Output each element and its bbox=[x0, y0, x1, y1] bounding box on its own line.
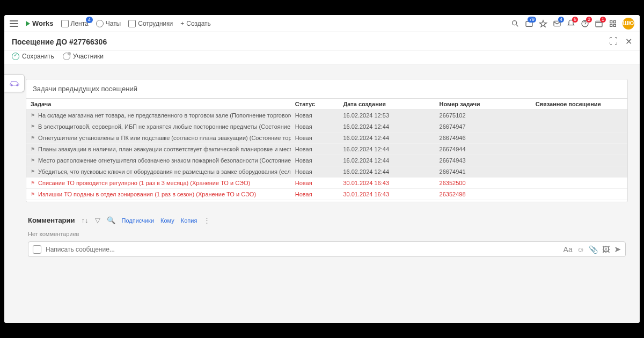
compose-bar: Aa ☺ 📎 🖼 ➤ bbox=[28, 241, 626, 257]
participants-button[interactable]: Участники bbox=[63, 53, 104, 60]
cell-linked bbox=[531, 144, 627, 155]
cell-status: Новая bbox=[291, 155, 339, 166]
text-format-button[interactable]: Aa bbox=[564, 245, 573, 254]
table-row[interactable]: В электрощитовой, серверной, ИБП не хран… bbox=[26, 121, 627, 133]
filter-icon[interactable]: ▽ bbox=[95, 216, 100, 224]
col-linked[interactable]: Связанное посещение bbox=[531, 99, 627, 109]
table-header: Задача Статус Дата создания Номер задачи… bbox=[26, 98, 627, 110]
cell-linked bbox=[531, 121, 627, 132]
cell-created: 16.02.2024 12:44 bbox=[339, 121, 435, 132]
mail-icon[interactable]: 4 bbox=[553, 19, 561, 28]
table-row[interactable]: Демоформы упакованы в стреч-пленку (Хран… bbox=[26, 200, 627, 201]
cell-number: 26352498 bbox=[435, 189, 531, 200]
image-icon[interactable]: 🖼 bbox=[602, 245, 610, 254]
send-icon[interactable]: ➤ bbox=[614, 244, 621, 254]
logo[interactable]: Works bbox=[26, 19, 54, 27]
cell-status: Новая bbox=[291, 166, 339, 177]
avatar[interactable]: ШЮ bbox=[623, 18, 634, 30]
search-icon[interactable] bbox=[511, 19, 519, 28]
table-row[interactable]: Огнетушители установлены в ПК или подста… bbox=[26, 133, 627, 144]
cell-linked bbox=[531, 189, 627, 200]
cell-status: Новая bbox=[291, 178, 339, 188]
mention-icon[interactable] bbox=[33, 245, 41, 254]
to-link[interactable]: Кому bbox=[160, 217, 174, 224]
cell-status: Новая bbox=[291, 189, 339, 200]
cell-created: 16.02.2024 12:44 bbox=[339, 144, 435, 155]
inbox-icon[interactable]: 79 bbox=[525, 19, 533, 28]
nav-create[interactable]: + Создать bbox=[180, 20, 211, 27]
col-status[interactable]: Статус bbox=[291, 99, 339, 109]
logo-triangle-icon bbox=[26, 21, 30, 26]
save-button[interactable]: Сохранить bbox=[12, 53, 54, 60]
svg-rect-10 bbox=[610, 24, 612, 26]
sort-icon[interactable]: ↑↓ bbox=[82, 216, 89, 224]
chat-icon bbox=[96, 20, 104, 27]
table-row[interactable]: Место расположение огнетушителя обозначе… bbox=[26, 155, 627, 166]
star-icon[interactable] bbox=[539, 19, 547, 28]
attach-icon[interactable]: 📎 bbox=[589, 245, 598, 254]
svg-line-1 bbox=[516, 25, 518, 26]
more-icon[interactable]: ⋮ bbox=[203, 216, 210, 224]
plus-icon: + bbox=[180, 20, 184, 27]
cell-number: 26674944 bbox=[435, 144, 531, 155]
cell-created: 30.01.2024 16:43 bbox=[339, 178, 435, 188]
cell-task: На складе магазина нет товара, не предст… bbox=[26, 110, 291, 121]
calendar-icon[interactable]: 1 bbox=[595, 19, 603, 28]
copy-link[interactable]: Копия bbox=[181, 217, 197, 224]
cell-task: Планы эвакуации в наличии, план эвакуаци… bbox=[26, 144, 291, 155]
page-header: Посещение ДО #27766306 ⛶ ✕ bbox=[4, 32, 640, 50]
table-body[interactable]: На складе магазина нет товара, не предст… bbox=[26, 110, 627, 201]
brand-label: Works bbox=[32, 19, 54, 27]
people-icon bbox=[128, 20, 136, 27]
grid-icon[interactable] bbox=[609, 19, 617, 28]
table-row[interactable]: Убедиться, что пусковые ключи от оборудо… bbox=[26, 166, 627, 178]
svg-point-0 bbox=[513, 20, 517, 25]
cell-number: 26674946 bbox=[435, 133, 531, 143]
save-label: Сохранить bbox=[22, 53, 54, 60]
side-tab-car[interactable] bbox=[4, 74, 25, 92]
table-row[interactable]: На складе магазина нет товара, не предст… bbox=[26, 110, 627, 121]
table-row[interactable]: Излишки ТО поданы в отдел зонирования (1… bbox=[26, 189, 627, 200]
cell-linked bbox=[531, 133, 627, 143]
cell-task: В электрощитовой, серверной, ИБП не хран… bbox=[26, 121, 291, 132]
feed-icon bbox=[61, 20, 69, 27]
bell-icon[interactable]: 6 bbox=[567, 19, 575, 28]
panel-title: Задачи предыдущих посещений bbox=[26, 79, 627, 98]
nav-feed[interactable]: Лента 4 bbox=[61, 20, 89, 27]
nav-create-label: Создать bbox=[186, 20, 211, 27]
nav-chats[interactable]: Чаты bbox=[96, 20, 121, 27]
nav-employees[interactable]: Сотрудники bbox=[128, 20, 173, 27]
menu-icon[interactable] bbox=[10, 20, 18, 27]
cell-number: 26674947 bbox=[435, 121, 531, 132]
cell-linked bbox=[531, 110, 627, 121]
table-row[interactable]: Списание ТО проводится регулярно (1 раз … bbox=[26, 178, 627, 189]
nav-employees-label: Сотрудники bbox=[138, 20, 173, 27]
cell-linked bbox=[531, 166, 627, 177]
comment-input[interactable] bbox=[46, 246, 559, 253]
cell-created: 30.01.2024 16:43 bbox=[339, 189, 435, 200]
cell-number: 26674941 bbox=[435, 166, 531, 177]
search-comments-icon[interactable]: 🔍 bbox=[107, 216, 115, 224]
col-created[interactable]: Дата создания bbox=[339, 99, 435, 109]
svg-point-13 bbox=[16, 85, 18, 86]
cell-status: Новая bbox=[291, 121, 339, 132]
table-row[interactable]: Планы эвакуации в наличии, план эвакуаци… bbox=[26, 144, 627, 155]
svg-rect-11 bbox=[613, 24, 616, 26]
subscribers-link[interactable]: Подписчики bbox=[122, 217, 155, 224]
cell-status: Новая bbox=[291, 133, 339, 143]
mail-badge: 4 bbox=[558, 17, 564, 23]
cell-task: Место расположение огнетушителя обозначе… bbox=[26, 155, 291, 166]
car-icon bbox=[9, 79, 20, 87]
emoji-icon[interactable]: ☺ bbox=[577, 245, 584, 254]
help-icon[interactable]: 2 bbox=[581, 19, 589, 28]
cell-status: Новая bbox=[291, 200, 339, 201]
close-icon[interactable]: ✕ bbox=[625, 36, 632, 47]
nav-chats-label: Чаты bbox=[106, 20, 121, 27]
cell-linked bbox=[531, 200, 627, 201]
col-number[interactable]: Номер задачи bbox=[435, 99, 531, 109]
participants-label: Участники bbox=[73, 53, 104, 60]
cell-number: 26352500 bbox=[435, 178, 531, 188]
col-task[interactable]: Задача bbox=[26, 99, 291, 109]
cell-number: 26674943 bbox=[435, 155, 531, 166]
expand-icon[interactable]: ⛶ bbox=[609, 36, 618, 47]
